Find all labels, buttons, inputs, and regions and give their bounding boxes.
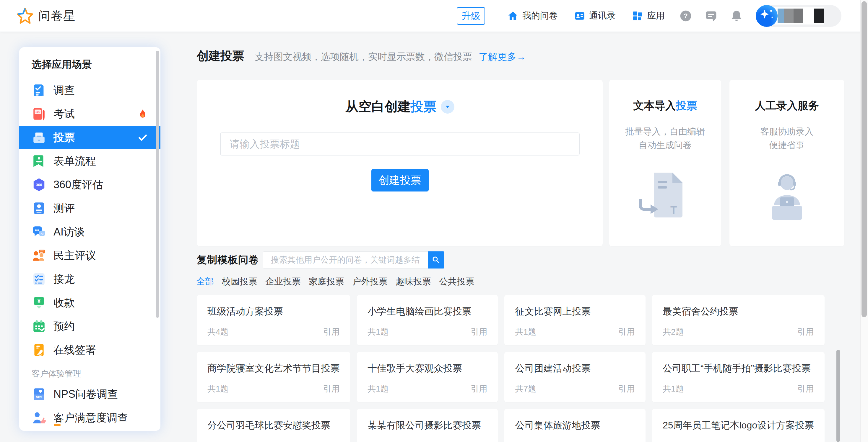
template-card[interactable]: 十佳歌手大赛观众投票共1题引用 [357,352,498,402]
sidebar-item-exam[interactable]: 100考试 [19,102,160,126]
svg-text:?: ? [684,12,687,20]
nav-item-label: 我的问卷 [522,10,558,22]
question-count: 共1题 [368,383,389,395]
redaction-block [778,8,784,23]
support-agent-icon [757,171,816,221]
template-card-footer: 共1题引用 [663,383,814,395]
filter-tab-5[interactable]: 趣味投票 [396,276,431,288]
ai-icon: AI [32,225,46,239]
assess-icon [32,201,46,216]
template-card-footer: 共7题引用 [515,383,634,395]
create-vote-button[interactable]: 创建投票 [371,169,429,192]
nav-item-home[interactable]: 我的问卷 [507,10,558,22]
sidebar-item-label: NPS问卷调查 [54,387,118,402]
page-scrollbar-thumb[interactable] [862,1,867,317]
search-button[interactable] [428,251,444,269]
nps-icon: NPS [32,387,46,402]
cite-action[interactable]: 引用 [797,383,814,395]
sidebar-item-eval360[interactable]: 360360度评估 [19,173,160,197]
template-card-title: 分公司羽毛球比赛安慰奖投票 [208,419,340,432]
template-search [263,251,444,269]
filter-tab-all[interactable]: 全部 [196,276,214,288]
type-dropdown-button[interactable] [441,100,454,113]
header-right: 升级 我的问卷通讯录应用 ? [457,5,841,27]
exam-icon: 100 [32,106,46,121]
sidebar-item-pay[interactable]: ¥收款 [19,291,160,314]
manual-entry-desc: 客服协助录入 便捷省事 [730,125,844,152]
template-card[interactable]: 某某有限公司摄影比赛投票 [357,409,498,442]
template-card-footer: 共1题引用 [368,326,487,338]
template-card[interactable]: 最美宿舍公约投票共2题引用 [652,295,825,345]
top-header: 问卷星 升级 我的问卷通讯录应用 ? [0,0,868,32]
chain-icon [32,272,46,286]
sidebar-item-label: 收款 [54,296,75,310]
cite-action[interactable]: 引用 [471,383,487,395]
template-search-input[interactable] [263,251,428,269]
filter-tab-3[interactable]: 家庭投票 [309,276,344,288]
sidebar-item-chain[interactable]: 接龙 [19,267,160,291]
header-icon-buttons: ? [673,9,749,23]
sidebar-item-nps[interactable]: NPSNPS问卷调查 [19,382,160,406]
blank-title-black: 从空白创建 [346,98,411,115]
vote-title-input[interactable] [220,133,580,156]
message-button[interactable] [705,9,718,23]
bell-button[interactable] [730,9,743,23]
sidebar-item-ai[interactable]: AIAI访谈 [19,220,160,244]
template-card[interactable]: 公司集体旅游地投票 [504,409,645,442]
template-card[interactable]: 公司团建活动投票共7题引用 [504,352,645,402]
chevron-down-icon [444,104,451,110]
logo-text: 问卷星 [38,8,75,24]
template-card[interactable]: 征文比赛网上投票共1题引用 [504,295,645,345]
question-count: 共2题 [663,326,684,338]
nav-item-contacts[interactable]: 通讯录 [574,10,616,22]
template-card[interactable]: 小学生电脑绘画比赛投票共1题引用 [357,295,498,345]
user-account-pill[interactable] [756,5,841,27]
logo[interactable]: 问卷星 [17,7,75,25]
help-button[interactable]: ? [679,9,692,23]
cite-action[interactable]: 引用 [618,326,635,338]
sidebar-item-democracy[interactable]: 民主评议 [19,244,160,267]
template-card[interactable]: 25周年员工笔记本logo设计方案投票 [652,409,825,442]
cite-action[interactable]: 引用 [323,383,340,395]
template-card[interactable]: 商学院寝室文化艺术节节目投票共1题引用 [197,352,350,402]
filter-tab-1[interactable]: 校园投票 [222,276,257,288]
content-scrollbar-thumb[interactable] [836,350,840,442]
blank-create-title[interactable]: 从空白创建 投票 [197,98,603,115]
sidebar-item-csat[interactable]: 客户满意度调查 [19,406,160,430]
svg-text:100: 100 [35,110,40,113]
sidebar-scrollbar[interactable] [156,51,159,318]
filter-tab-2[interactable]: 企业投票 [265,276,301,288]
manual-entry-card[interactable]: 人工录入服务 客服协助录入 便捷省事 [730,80,844,246]
cite-action[interactable]: 引用 [797,326,814,338]
upgrade-button[interactable]: 升级 [457,7,485,25]
svg-text:AI: AI [41,232,43,235]
template-card[interactable]: 分公司羽毛球比赛安慰奖投票 [197,409,350,442]
text-import-card[interactable]: 文本导入投票 批量导入，自由编辑 自动生成问卷 T [609,80,721,246]
sidebar-item-label: 接龙 [54,272,75,286]
cite-action[interactable]: 引用 [323,326,340,338]
nav-item-apps[interactable]: 应用 [632,10,665,22]
cite-action[interactable]: 引用 [618,383,635,395]
sidebar-item-vote[interactable]: 投票 [19,126,160,149]
sidebar-section-label: 客户体验管理 [32,368,160,379]
nav-item-label: 通讯录 [589,10,616,22]
sidebar-item-label: 360度评估 [54,178,103,192]
redacted-username [771,7,824,25]
sidebar-item-sign[interactable]: 在线签署 [19,338,160,362]
svg-text:360: 360 [36,183,42,187]
text-import-desc: 批量导入，自由编辑 自动生成问卷 [609,125,721,152]
template-card-footer: 共4题引用 [208,326,340,338]
learn-more-link[interactable]: 了解更多→ [478,50,526,63]
sidebar-item-assess[interactable]: 测评 [19,197,160,220]
cite-action[interactable]: 引用 [471,326,487,338]
template-card[interactable]: 公司职工“手机随手拍”摄影比赛投票共1题引用 [652,352,825,402]
csat-icon [32,410,46,425]
sidebar-item-survey[interactable]: 调查 [19,78,160,102]
avatar [756,5,778,27]
filter-tab-6[interactable]: 公共投票 [439,276,474,288]
sidebar-item-form[interactable]: 表单流程 [19,149,160,173]
template-card[interactable]: 班级活动方案投票共4题引用 [197,295,350,345]
sidebar-item-label: 民主评议 [54,248,96,263]
sidebar-item-book[interactable]: 预约 [19,314,160,338]
filter-tab-4[interactable]: 户外投票 [352,276,388,288]
